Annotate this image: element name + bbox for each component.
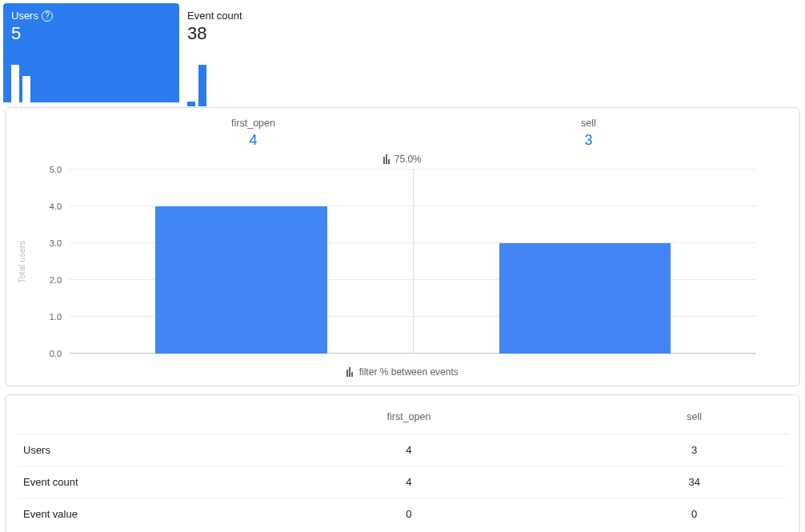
y-tick: 0.0 (50, 349, 62, 358)
bar-first-open (70, 170, 413, 354)
funnel-step-2: sell 3 (421, 118, 756, 149)
table-row: Event count 4 34 (17, 466, 788, 498)
cell: 4 (218, 466, 601, 498)
tab-event-count[interactable]: Event count 38 (179, 3, 355, 102)
funnel-step-2-value: 3 (421, 132, 756, 149)
y-tick: 2.0 (50, 275, 62, 285)
tab-event-count-label: Event count (187, 10, 242, 22)
y-axis-label: Total users (17, 170, 33, 354)
funnel-step-2-name: sell (421, 118, 756, 129)
cell: 0 (218, 498, 601, 530)
row-label: Event value (17, 498, 218, 530)
y-axis: 5.0 4.0 3.0 2.0 1.0 0.0 (33, 170, 65, 354)
filter-icon (346, 367, 353, 377)
bar-chart: Total users 5.0 4.0 3.0 2.0 1.0 0.0 (17, 170, 788, 354)
funnel-step-1-value: 4 (86, 132, 421, 149)
metric-tabs: Users ? 5 Event count 38 (0, 0, 805, 102)
row-label: Event count (17, 466, 218, 498)
cell: 3 (600, 434, 788, 466)
y-tick: 5.0 (50, 165, 62, 174)
help-icon[interactable]: ? (42, 10, 53, 22)
plot-area (70, 170, 756, 354)
summary-table-card: first_open sell Users 4 3 Event count 4 … (5, 394, 800, 532)
sparkline-event-count (187, 65, 206, 106)
table-row: Users 4 3 (17, 434, 788, 466)
table-col-1: first_open (218, 400, 601, 434)
sparkline-users (11, 65, 30, 106)
funnel-step-1: first_open 4 (86, 118, 421, 149)
conversion-pct: 75.0% (394, 154, 422, 165)
tab-event-count-value: 38 (187, 23, 347, 44)
tab-users-label: Users (11, 10, 38, 22)
chart-legend: filter % between events (17, 366, 788, 378)
cell: 0 (600, 498, 788, 530)
y-tick: 4.0 (50, 202, 62, 211)
funnel-headers: first_open 4 sell 3 (86, 118, 756, 149)
y-tick: 1.0 (50, 312, 62, 322)
funnel-step-1-name: first_open (86, 118, 421, 129)
funnel-chart-card: first_open 4 sell 3 75.0% Total users 5.… (5, 107, 800, 386)
row-label: Users (17, 434, 218, 466)
cell: 34 (600, 466, 788, 498)
cell: 4 (218, 434, 601, 466)
filter-icon (383, 154, 390, 164)
conversion-pct-row: 75.0% (17, 154, 788, 165)
tab-users-value: 5 (11, 23, 171, 44)
y-tick: 3.0 (50, 238, 62, 248)
bar-sell (413, 170, 756, 354)
summary-table: first_open sell Users 4 3 Event count 4 … (17, 400, 788, 530)
tab-users[interactable]: Users ? 5 (3, 3, 179, 102)
table-row: Event value 0 0 (17, 498, 788, 530)
legend-text: filter % between events (359, 366, 459, 378)
table-col-2: sell (600, 400, 788, 434)
